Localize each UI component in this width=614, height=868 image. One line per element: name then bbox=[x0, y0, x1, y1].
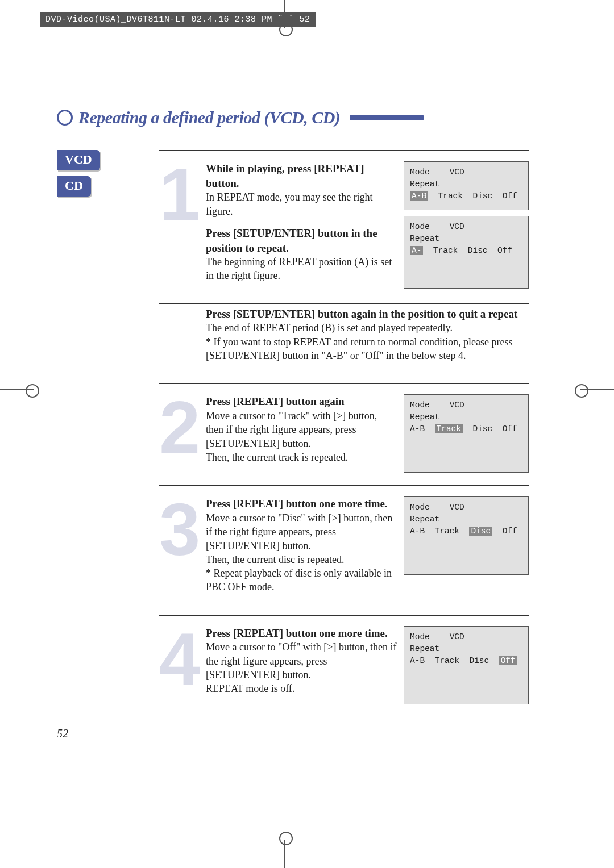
step2-h: Press [REPEAT] button again bbox=[206, 395, 345, 407]
step4-b: Move a cursor to "Off" with [>] button, … bbox=[206, 641, 396, 681]
osd-mode-label: Mode bbox=[410, 400, 430, 410]
osd-opt-ab: A-B bbox=[410, 424, 425, 433]
osd-opt-off: Off bbox=[497, 246, 512, 255]
osd-mode-val: VCD bbox=[450, 222, 464, 231]
ring-icon bbox=[57, 110, 73, 126]
step1-b3: The end of REPEAT period (B) is set and … bbox=[206, 322, 453, 333]
step3-h: Press [REPEAT] button one more time. bbox=[206, 498, 388, 510]
title-row: Repeating a defined period (VCD, CD) bbox=[57, 108, 529, 127]
osd-box-2: Mode VCD Repeat A-B Track Disc Off bbox=[404, 394, 529, 473]
osd-mode-label: Mode bbox=[410, 222, 430, 231]
osd-mode-label: Mode bbox=[410, 168, 430, 177]
osd-repeat-label: Repeat bbox=[410, 233, 522, 245]
osd-opt-track: Track bbox=[438, 191, 463, 201]
osd-opt-disc: Disc bbox=[469, 527, 492, 536]
step-number: 2 bbox=[159, 398, 199, 473]
osd-box-1b: Mode VCD Repeat A- Track Disc Off bbox=[404, 216, 529, 289]
step2-b2: Then, the current track is repeated. bbox=[206, 452, 348, 463]
content-grid: VCD CD 1 While in playing, press [REPEAT… bbox=[57, 150, 529, 717]
step4-figure: Mode VCD Repeat A-B Track Disc Off bbox=[404, 626, 529, 704]
step3-b2: Then, the current disc is repeated. bbox=[206, 554, 344, 565]
osd-mode-label: Mode bbox=[410, 503, 430, 512]
print-header-strip: DVD-Video(USA)_DV6T811N-LT 02.4.16 2:38 … bbox=[40, 12, 316, 27]
osd-repeat-label: Repeat bbox=[410, 514, 522, 525]
osd-opt-track: Track bbox=[435, 656, 460, 665]
format-badges: VCD CD bbox=[57, 150, 159, 717]
page-number: 52 bbox=[57, 727, 68, 740]
step-text: Press [REPEAT] button one more time. Mov… bbox=[206, 626, 397, 704]
step1-h3: Press [SETUP/ENTER] button again in the … bbox=[206, 308, 517, 320]
osd-mode-val: VCD bbox=[450, 168, 464, 177]
osd-opt-ab: A-B bbox=[410, 527, 425, 536]
osd-opt-ab: A-B bbox=[410, 191, 428, 201]
step1-figures: Mode VCD Repeat A-B Track Disc Off Mode … bbox=[404, 161, 529, 291]
osd-opt-off: Off bbox=[499, 656, 517, 665]
step3-note: * Repeat playback of disc is only availa… bbox=[206, 567, 392, 592]
badge-vcd: VCD bbox=[57, 150, 100, 170]
osd-opt-off: Off bbox=[503, 527, 517, 536]
step-1: 1 While in playing, press [REPEAT] butto… bbox=[159, 151, 529, 304]
step1-b1: In REPEAT mode, you may see the right fi… bbox=[206, 191, 373, 216]
osd-repeat-label: Repeat bbox=[410, 643, 522, 655]
osd-opt-track: Track bbox=[435, 527, 460, 536]
step-1b: Press [SETUP/ENTER] button again in the … bbox=[159, 304, 529, 385]
osd-opt-disc: Disc bbox=[472, 191, 492, 201]
step-text: While in playing, press [REPEAT] button.… bbox=[206, 161, 397, 291]
page-title: Repeating a defined period (VCD, CD) bbox=[78, 108, 340, 127]
osd-box-3: Mode VCD Repeat A-B Track Disc Off bbox=[404, 496, 529, 575]
step1-b2: The beginning of REPEAT position (A) is … bbox=[206, 256, 392, 281]
step4-b2: REPEAT mode is off. bbox=[206, 683, 294, 694]
page-content: Repeating a defined period (VCD, CD) VCD… bbox=[57, 108, 529, 717]
step1b-text: Press [SETUP/ENTER] button again in the … bbox=[206, 307, 529, 371]
crop-mark-bottom bbox=[284, 840, 285, 868]
step3-b: Move a cursor to "Disc" with [>] button,… bbox=[206, 512, 392, 552]
spacer bbox=[159, 307, 199, 371]
osd-opt-track: Track bbox=[435, 424, 463, 433]
step-4: 4 Press [REPEAT] button one more time. M… bbox=[159, 616, 529, 717]
osd-opt-ab: A-B bbox=[410, 656, 425, 665]
step3-figure: Mode VCD Repeat A-B Track Disc Off bbox=[404, 496, 529, 602]
osd-box-4: Mode VCD Repeat A-B Track Disc Off bbox=[404, 626, 529, 704]
steps-column: 1 While in playing, press [REPEAT] butto… bbox=[159, 150, 529, 717]
step-number: 4 bbox=[159, 629, 199, 704]
osd-mode-val: VCD bbox=[450, 400, 464, 410]
osd-opt-disc: Disc bbox=[472, 424, 492, 433]
step-3: 3 Press [REPEAT] button one more time. M… bbox=[159, 486, 529, 615]
badge-cd: CD bbox=[57, 176, 91, 197]
step-text: Press [REPEAT] button again Move a curso… bbox=[206, 394, 397, 473]
osd-opt-a: A- bbox=[410, 246, 423, 255]
osd-repeat-label: Repeat bbox=[410, 178, 522, 190]
osd-opt-off: Off bbox=[503, 424, 517, 433]
osd-opt-disc: Disc bbox=[469, 656, 489, 665]
osd-box-1a: Mode VCD Repeat A-B Track Disc Off bbox=[404, 161, 529, 210]
step-2: 2 Press [REPEAT] button again Move a cur… bbox=[159, 384, 529, 486]
osd-opt-off: Off bbox=[503, 191, 517, 201]
osd-mode-val: VCD bbox=[450, 632, 464, 641]
step-text: Press [REPEAT] button one more time. Mov… bbox=[206, 496, 397, 602]
step-number: 3 bbox=[159, 500, 199, 602]
step1-note: * If you want to stop REPEAT and return … bbox=[206, 336, 513, 361]
osd-opt-disc: Disc bbox=[468, 246, 488, 255]
title-rule bbox=[350, 115, 424, 120]
step1-h1: While in playing, press [REPEAT] button. bbox=[206, 162, 364, 189]
step2-b: Move a cursor to "Track" with [>] button… bbox=[206, 410, 377, 449]
step2-figure: Mode VCD Repeat A-B Track Disc Off bbox=[404, 394, 529, 473]
crop-mark-left bbox=[0, 389, 34, 390]
step-number: 1 bbox=[159, 165, 199, 291]
osd-mode-label: Mode bbox=[410, 632, 430, 641]
osd-repeat-label: Repeat bbox=[410, 411, 522, 423]
step4-h: Press [REPEAT] button one more time. bbox=[206, 627, 388, 639]
osd-opt-track: Track bbox=[433, 246, 458, 255]
step1-h2: Press [SETUP/ENTER] button in the positi… bbox=[206, 227, 377, 254]
osd-mode-val: VCD bbox=[450, 503, 464, 512]
crop-mark-right bbox=[580, 389, 614, 390]
